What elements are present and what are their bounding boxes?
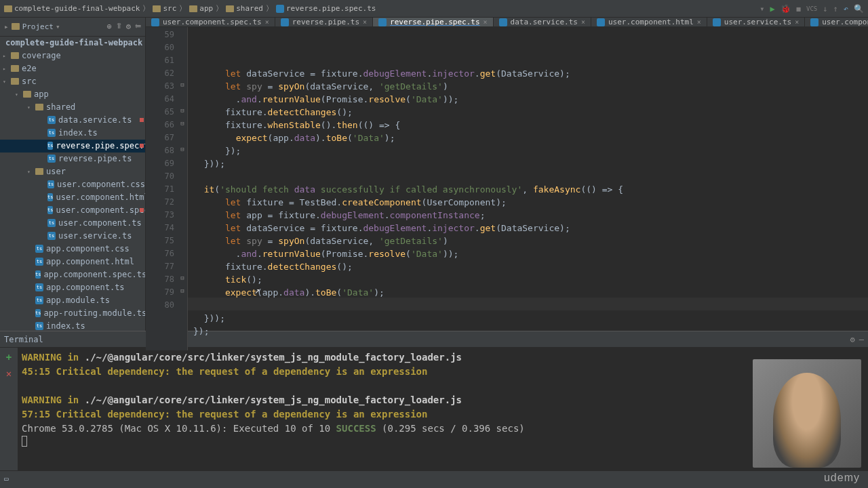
tree-folder[interactable]: user (0, 165, 145, 178)
chevron-icon[interactable] (27, 169, 33, 175)
code-line[interactable]: let fixture = TestBed.createComponent(Us… (193, 196, 868, 209)
autoscroll-icon[interactable] (107, 22, 112, 31)
revert-icon[interactable]: ↶ (844, 4, 848, 14)
gear-icon[interactable] (126, 22, 131, 31)
editor-tab[interactable]: user.component.html× (591, 18, 707, 26)
event-log-icon[interactable]: ▭ (4, 474, 9, 483)
tree-file[interactable]: tsindex.ts (0, 127, 145, 140)
breadcrumb-folder[interactable]: app (189, 4, 213, 13)
vcs-icon[interactable]: VCS (806, 5, 817, 12)
tree-file[interactable]: tsapp.component.html (0, 256, 145, 268)
tree-folder[interactable]: shared (0, 101, 145, 114)
chevron-icon[interactable] (3, 53, 8, 59)
code-line[interactable]: }); (193, 144, 868, 157)
tree-file[interactable]: tsreverse.pipe.ts (0, 152, 145, 165)
tree-file[interactable]: tsindex.ts (0, 320, 145, 331)
tree-folder[interactable]: e2e (0, 62, 145, 75)
editor-tab[interactable]: data.service.ts× (494, 18, 591, 26)
project-panel-arrow-icon[interactable]: ▸ (4, 22, 9, 31)
terminal-output[interactable]: WARNING in ./~/@angular/core/src/linker/… (18, 348, 868, 470)
fold-marker-icon[interactable]: ⊟ (179, 107, 186, 114)
fold-marker-icon[interactable]: ⊟ (179, 287, 186, 294)
breadcrumb-folder[interactable]: src (153, 4, 176, 13)
close-icon[interactable]: × (795, 18, 799, 26)
chevron-icon[interactable] (3, 79, 8, 85)
fold-marker-icon[interactable]: ⊟ (179, 274, 186, 281)
fold-marker-icon[interactable]: ⊟ (179, 146, 186, 152)
tree-file[interactable]: tsapp.component.spec.ts (0, 268, 145, 281)
editor-tab[interactable]: user.service.ts× (707, 18, 805, 26)
chevron-icon[interactable] (3, 66, 8, 72)
tree-root[interactable]: complete-guide-final-webpack ~/ (0, 37, 145, 49)
code-line[interactable]: tick(); (193, 273, 868, 286)
run-dropdown-icon[interactable]: ▾ (760, 4, 764, 14)
tree-file[interactable]: tsapp.component.css (0, 243, 145, 256)
code-line[interactable]: let spy = spyOn(dataService, 'getDetails… (193, 235, 868, 247)
search-icon[interactable]: 🔍 (854, 4, 864, 14)
code-line[interactable]: it('should fetch data successfully if ca… (193, 183, 868, 196)
code-line[interactable]: .and.returnValue(Promise.resolve('Data')… (193, 247, 868, 260)
tree-item-label: user (46, 167, 66, 176)
collapse-all-icon[interactable]: ⥣ (116, 22, 122, 31)
code-line[interactable]: let dataService = fixture.debugElement.i… (193, 222, 868, 235)
editor-tab[interactable]: user.component.ts× (805, 18, 868, 26)
tree-file[interactable]: tsapp.component.ts (0, 281, 145, 294)
code-editor[interactable]: 5960616263646566676869707172737475767778… (146, 27, 868, 350)
code-line[interactable]: fixture.whenStable().then(() => { (193, 119, 868, 131)
tree-file[interactable]: tsdata.service.ts (0, 114, 145, 127)
close-icon[interactable]: × (581, 18, 585, 26)
stop-icon[interactable]: ◼ (796, 4, 801, 14)
close-session-icon[interactable]: ✕ (6, 368, 12, 379)
code-line[interactable]: }); (193, 325, 868, 338)
chevron-icon[interactable] (15, 92, 20, 98)
project-tree[interactable]: complete-guide-final-webpack ~/ coverage… (0, 37, 145, 331)
debug-icon[interactable]: 🐞 (781, 4, 791, 14)
update-icon[interactable]: ↓ (823, 4, 827, 14)
code-line[interactable]: let dataService = fixture.debugElement.i… (193, 67, 868, 80)
chevron-icon[interactable] (27, 104, 33, 110)
breadcrumb-file[interactable]: reverse.pipe.spec.ts (276, 4, 376, 13)
code-line[interactable] (193, 338, 868, 350)
code-line[interactable]: .and.returnValue(Promise.resolve('Data')… (193, 93, 868, 106)
code-content[interactable]: let dataService = fixture.debugElement.i… (188, 27, 868, 350)
run-icon[interactable]: ▶ (770, 4, 775, 14)
close-icon[interactable]: × (265, 18, 269, 26)
code-line[interactable]: fixture.detectChanges(); (193, 106, 868, 119)
hide-panel-icon[interactable]: ⥢ (135, 22, 141, 31)
editor-tab[interactable]: reverse.pipe.spec.ts× (373, 18, 493, 26)
editor-tab[interactable]: reverse.pipe.ts× (275, 18, 373, 26)
tree-file[interactable]: tsuser.component.ts (0, 217, 145, 230)
editor-tab[interactable]: user.component.spec.ts× (146, 18, 275, 26)
tree-folder[interactable]: app (0, 88, 145, 101)
tree-file[interactable]: tsreverse.pipe.spec.ts (0, 140, 145, 152)
code-line[interactable] (193, 170, 868, 183)
code-line[interactable]: let spy = spyOn(dataService, 'getDetails… (193, 80, 868, 93)
tree-file[interactable]: tsuser.component.css (0, 178, 145, 191)
code-line[interactable]: expect(app.data).toBe('Data'); (193, 286, 868, 299)
code-line[interactable]: })); (193, 312, 868, 325)
breadcrumb-folder[interactable]: shared (226, 4, 263, 13)
tree-file[interactable]: tsuser.component.html (0, 191, 145, 204)
code-line[interactable] (193, 299, 868, 312)
breadcrumb-project[interactable]: complete-guide-final-webpack (4, 4, 140, 13)
code-line[interactable]: let app = fixture.debugElement.component… (193, 209, 868, 222)
close-icon[interactable]: × (363, 18, 367, 26)
close-icon[interactable]: × (697, 18, 701, 26)
code-line[interactable]: expect(app.data).toBe('Data'); (193, 131, 868, 144)
fold-gutter[interactable]: ⊟⊟⊟⊟⊟⊟ (178, 27, 188, 350)
tree-file[interactable]: tsuser.service.ts (0, 230, 145, 243)
tree-file[interactable]: tsuser.component.spec.ts (0, 204, 145, 217)
tree-folder[interactable]: src (0, 75, 145, 88)
line-number: 63 (146, 80, 174, 93)
line-number: 73 (146, 209, 174, 222)
fold-marker-icon[interactable]: ⊟ (179, 120, 186, 127)
new-session-icon[interactable]: + (6, 352, 12, 363)
close-icon[interactable]: × (484, 18, 488, 26)
commit-icon[interactable]: ↑ (833, 4, 838, 14)
tree-folder[interactable]: coverage (0, 49, 145, 62)
code-line[interactable]: })); (193, 157, 868, 170)
tree-file[interactable]: tsapp-routing.module.ts (0, 307, 145, 320)
code-line[interactable]: fixture.detectChanges(); (193, 260, 868, 273)
tree-file[interactable]: tsapp.module.ts (0, 294, 145, 307)
fold-marker-icon[interactable]: ⊟ (179, 81, 186, 88)
